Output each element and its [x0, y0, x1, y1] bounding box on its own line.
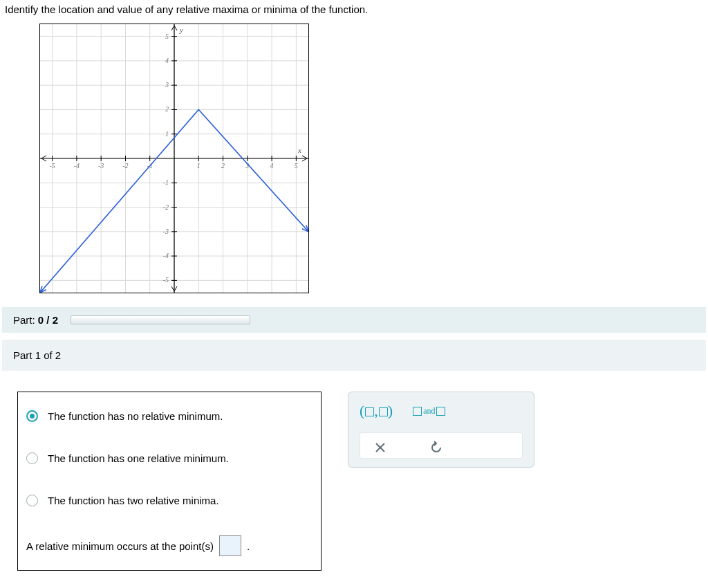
svg-text:1: 1 — [165, 130, 169, 138]
choice-no-min[interactable]: The function has no relative minimum. — [18, 392, 321, 437]
radio-icon[interactable] — [26, 495, 38, 506]
svg-text:3: 3 — [165, 81, 169, 89]
progress-label-prefix: Part: — [13, 314, 38, 326]
svg-text:4: 4 — [270, 162, 274, 169]
choice-one-min[interactable]: The function has one relative minimum. — [18, 437, 321, 479]
svg-text:2: 2 — [221, 162, 225, 169]
svg-text:-1: -1 — [163, 178, 169, 186]
svg-text:x: x — [297, 146, 301, 154]
svg-line-26 — [41, 158, 46, 161]
svg-text:-4: -4 — [74, 162, 80, 169]
svg-text:y: y — [179, 26, 183, 34]
x-icon — [374, 441, 386, 454]
svg-text:2: 2 — [165, 105, 169, 113]
choice-label: The function has two relative minima. — [48, 495, 219, 506]
progress-current: 0 — [38, 314, 44, 326]
choices-box: The function has no relative minimum. Th… — [17, 392, 322, 571]
svg-text:4: 4 — [165, 57, 169, 64]
svg-text:-5: -5 — [49, 162, 55, 169]
choice-two-min[interactable]: The function has two relative minima. — [18, 479, 321, 522]
svg-line-30 — [174, 286, 177, 291]
and-token[interactable]: and — [413, 406, 445, 416]
svg-text:1: 1 — [197, 162, 201, 169]
svg-line-29 — [174, 26, 177, 30]
svg-text:-3: -3 — [163, 228, 169, 235]
progress-bar — [71, 315, 250, 324]
svg-text:-5: -5 — [163, 276, 169, 284]
svg-text:-4: -4 — [163, 252, 169, 259]
function-graph: -5-4-3-2-112345-5-4-3-2-112345yx — [39, 24, 309, 293]
question-prompt: Identify the location and value of any r… — [5, 3, 706, 15]
svg-text:5: 5 — [165, 33, 169, 40]
reset-button[interactable] — [429, 440, 445, 455]
svg-text:-3: -3 — [98, 162, 104, 169]
fill-before: A relative minimum occurs at the point(s… — [26, 540, 214, 552]
choice-label: The function has one relative minimum. — [48, 452, 229, 464]
svg-line-25 — [302, 158, 307, 161]
undo-icon — [430, 441, 444, 454]
progress-bar-section: Part: 0 / 2 — [2, 307, 706, 333]
radio-icon[interactable] — [26, 410, 38, 422]
ordered-pair-template[interactable]: (,) — [360, 402, 393, 420]
progress-total: 2 — [53, 314, 58, 326]
fill-in-row: A relative minimum occurs at the point(s… — [18, 522, 321, 570]
fill-after: . — [247, 540, 250, 552]
answer-blank[interactable] — [219, 535, 241, 556]
svg-text:5: 5 — [295, 162, 298, 169]
choice-label: The function has no relative minimum. — [48, 410, 223, 422]
part-header: Part 1 of 2 — [2, 340, 706, 371]
math-tools-palette: (,) and — [348, 392, 534, 468]
clear-button[interactable] — [373, 440, 388, 455]
radio-icon[interactable] — [26, 452, 38, 464]
svg-text:-2: -2 — [122, 162, 128, 169]
progress-label: Part: 0 / 2 — [13, 314, 58, 326]
svg-text:-2: -2 — [163, 203, 169, 211]
